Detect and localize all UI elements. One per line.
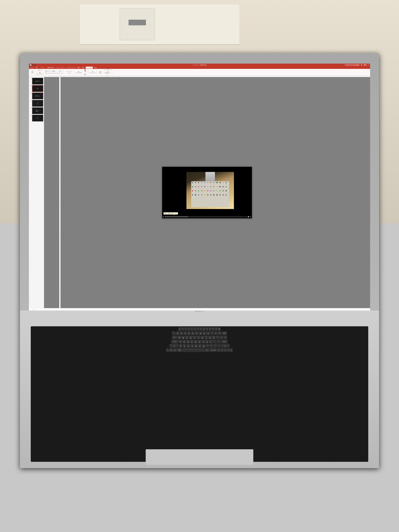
shape-fill-button[interactable]: ▬ 図形の塗りつぶし [105,71,111,74]
quick-style-button[interactable]: Aa クイックスタイル [104,68,112,71]
justify-button[interactable]: ≡ [71,70,72,72]
strikethrough-button[interactable]: S [50,72,52,74]
key-g[interactable]: きG [194,340,197,344]
subscript-button[interactable]: X₂ [52,72,54,74]
key-backslash2[interactable] [217,344,220,348]
key-f10[interactable]: F10🔇 [209,327,211,331]
new-slide-button[interactable]: ⊞ 新しいスライド [36,72,43,75]
slide-thumb-61[interactable]: 61 タイトル・項目1・項目2・項目3 [29,100,43,107]
key-x[interactable]: さX [183,344,186,348]
smartart-button[interactable]: ⊕ SmartArtに変換 [76,71,81,74]
key-option[interactable]: option [173,348,177,352]
key-9[interactable]: よ9 [203,332,206,335]
key-f3[interactable]: F3⊞ [188,327,190,331]
key-z[interactable]: Z [179,344,183,348]
key-q[interactable]: Q [177,336,181,340]
key-equals[interactable]: ほ= [214,332,217,335]
menu-video-format[interactable]: ビデオ形式 [86,67,93,69]
key-5[interactable]: え5 [187,332,191,335]
slide-thumb-58[interactable]: 58 スライド58テキスト説明内容がここに [29,78,43,85]
key-shift-left[interactable]: shift [169,344,179,348]
key-m[interactable]: もM [202,344,205,348]
key-y[interactable]: んY [197,336,200,340]
slide-thumb-62[interactable]: 62 タイトル説明文テキスト詳細内容 [29,107,43,114]
menu-view[interactable]: 表示 [81,67,85,69]
notes-area[interactable]: ノートを入力 [29,308,370,310]
key-b[interactable]: こB [194,344,198,348]
list-number-button[interactable]: 1≡ [69,72,71,74]
key-n[interactable]: みN [198,344,202,348]
play-button[interactable]: ▶ [163,216,164,217]
font-name[interactable]: MS ゴシック（見出し・...） [45,70,59,72]
textbox-button[interactable]: A テキストボックス [89,71,97,74]
fontsize-up-button[interactable]: A↑ [56,72,58,74]
key-o[interactable]: らO [208,336,212,340]
key-j[interactable]: まJ [202,340,205,344]
key-s[interactable]: とS [183,340,186,344]
key-command[interactable]: ⌘ command [210,348,217,352]
paste-button[interactable]: 📋 ペースト [30,70,34,74]
key-yen[interactable]: ¥ [218,332,221,335]
key-a[interactable]: A [179,340,182,344]
key-backslash[interactable]: ¥ [223,336,227,340]
shape-button[interactable]: △ 図形 [84,72,86,75]
superscript-button[interactable]: X² [54,72,56,74]
key-eisu[interactable]: 英数 [177,348,182,352]
slide-thumb-59[interactable]: 59 米 [29,85,43,92]
reset-button[interactable]: リセット [37,70,42,71]
fontcolor-button[interactable]: A [61,72,62,74]
fontsize-down-button[interactable]: A↓ [59,72,61,74]
key-f[interactable]: はF [190,340,194,344]
menu-review[interactable]: 校閲 [77,67,80,69]
key-f2[interactable]: F2✦ [184,327,187,331]
search-box[interactable]: 🔍 プレゼンテーション内を検索 [345,64,360,66]
menu-slideshow[interactable]: スライドショー [66,67,76,69]
key-v[interactable]: ひV [190,344,194,348]
key-delete[interactable]: delete [222,332,227,335]
key-i[interactable]: にI [204,336,208,340]
key-period[interactable]: > [210,344,213,348]
key-space[interactable] [183,348,204,352]
slide-canvas[interactable]: ▶ 3:40.27 💬 🔊 ▶ 再生/一時停 [162,167,252,218]
align-center-button[interactable]: ≡ [68,70,69,72]
menu-animations[interactable]: アニメーション [56,67,65,69]
key-arrow-right[interactable]: ▶ [230,348,233,352]
key-r[interactable]: すR [189,336,192,340]
trackpad[interactable] [146,449,253,465]
menu-playback[interactable]: 再生 [94,67,97,69]
align-left-button[interactable]: ≡ [66,70,67,72]
key-esc[interactable]: esc [178,327,181,331]
key-comma[interactable]: < [206,344,209,348]
font-size[interactable]: 32 [59,70,63,72]
key-f5[interactable]: F5 [194,327,196,331]
key-c[interactable]: そC [187,344,190,348]
share-button[interactable]: 共有 [363,64,367,66]
subtitle-button[interactable]: 💬 [248,216,249,217]
key-0[interactable]: わ0 [206,332,210,335]
key-d[interactable]: しD [186,340,190,344]
key-power[interactable]: ⏻ [218,327,221,331]
key-h[interactable]: くH [198,340,201,344]
key-kana[interactable]: かな [204,348,209,352]
key-l[interactable]: りL [209,340,213,344]
key-f9[interactable]: F9▶ [206,327,208,331]
key-caps[interactable]: caps lock [171,340,178,344]
key-u[interactable]: なU [201,336,204,340]
layout-button[interactable]: レイアウト [37,67,43,69]
key-bracket-open[interactable]: [ [216,336,219,340]
volume-button[interactable]: 🔊 [250,216,251,217]
key-f8[interactable]: F8▶▶ [203,327,205,331]
align-right-button[interactable]: ≡ [70,70,71,72]
slide-thumb-60[interactable]: 60 説明・テキスト患者さんへの説明治療の流れについて [29,92,43,100]
key-arrow-up[interactable]: ▲ [224,348,227,352]
key-fn-right[interactable]: fn [217,348,221,352]
key-quote[interactable]: ' [217,340,220,344]
key-tab[interactable]: tab [172,336,177,340]
key-f6[interactable]: F6 [196,327,199,331]
key-f7[interactable]: F7◁◁ [200,327,202,331]
key-control[interactable]: control [169,348,173,352]
key-t[interactable]: かT [193,336,196,340]
list-bullet-button[interactable]: •≡ [67,72,69,74]
key-arrow-down[interactable]: ▼ [227,348,230,352]
key-4[interactable]: う4 [184,332,187,335]
